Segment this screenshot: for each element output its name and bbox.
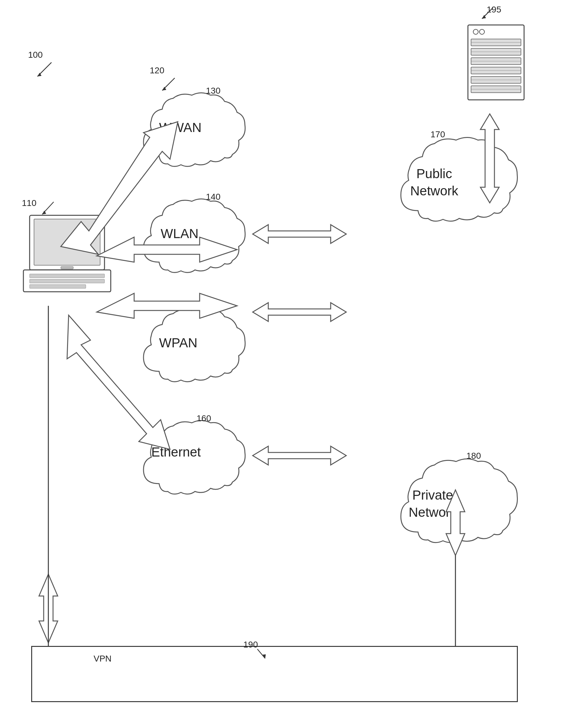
vpn-lines <box>0 0 564 728</box>
network-diagram: 100 120 WWAN 130 WLAN 140 WPAN 150 <box>0 0 564 728</box>
